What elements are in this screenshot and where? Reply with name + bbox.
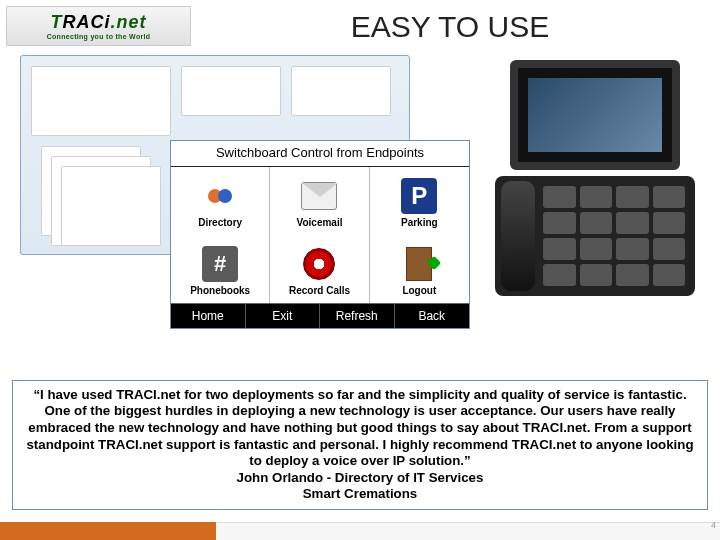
brand-logo: TRACi.net Connecting you to the World — [6, 6, 191, 46]
switchboard-heading: Switchboard Control from Endpoints — [171, 141, 469, 167]
phone-screen — [510, 60, 680, 170]
testimonial-author: John Orlando - Directory of IT Services — [237, 470, 484, 485]
people-icon — [202, 178, 238, 214]
footer-bar — [216, 522, 720, 540]
testimonial-box: “I have used TRACI.net for two deploymen… — [12, 380, 708, 510]
menu-item-directory[interactable]: Directory — [171, 167, 270, 235]
envelope-icon — [301, 178, 337, 214]
menu-item-phonebooks[interactable]: # Phonebooks — [171, 235, 270, 303]
menu-label: Voicemail — [297, 217, 343, 228]
handset-icon — [501, 181, 535, 291]
softkey-refresh[interactable]: Refresh — [320, 304, 395, 328]
menu-label: Phonebooks — [190, 285, 250, 296]
switchboard-panel: Switchboard Control from Endpoints Direc… — [170, 140, 470, 329]
menu-item-parking[interactable]: P Parking — [370, 167, 469, 235]
menu-item-voicemail[interactable]: Voicemail — [270, 167, 369, 235]
menu-label: Directory — [198, 217, 242, 228]
phone-keypad — [541, 176, 695, 296]
menu-label: Logout — [402, 285, 436, 296]
menu-item-logout[interactable]: Logout — [370, 235, 469, 303]
softkey-back[interactable]: Back — [395, 304, 470, 328]
menu-label: Parking — [401, 217, 438, 228]
slide-title: EASY TO USE — [200, 10, 700, 44]
logout-icon — [401, 246, 437, 282]
testimonial-quote: “I have used TRACI.net for two deploymen… — [26, 387, 693, 468]
testimonial-company: Smart Cremations — [303, 486, 418, 501]
footer-accent-bar — [0, 522, 216, 540]
hash-icon: # — [202, 246, 238, 282]
page-number: 4 — [711, 520, 716, 530]
brand-name: TRACi.net — [50, 12, 146, 33]
video-phone-image — [490, 60, 700, 300]
menu-label: Record Calls — [289, 285, 350, 296]
softkey-row: Home Exit Refresh Back — [171, 304, 469, 328]
record-icon — [301, 246, 337, 282]
parking-icon: P — [401, 178, 437, 214]
softkey-home[interactable]: Home — [171, 304, 246, 328]
brand-tagline: Connecting you to the World — [47, 33, 151, 40]
switchboard-grid: Directory Voicemail P Parking # Phoneboo… — [171, 167, 469, 304]
softkey-exit[interactable]: Exit — [246, 304, 321, 328]
phone-base — [495, 176, 695, 296]
menu-item-record-calls[interactable]: Record Calls — [270, 235, 369, 303]
